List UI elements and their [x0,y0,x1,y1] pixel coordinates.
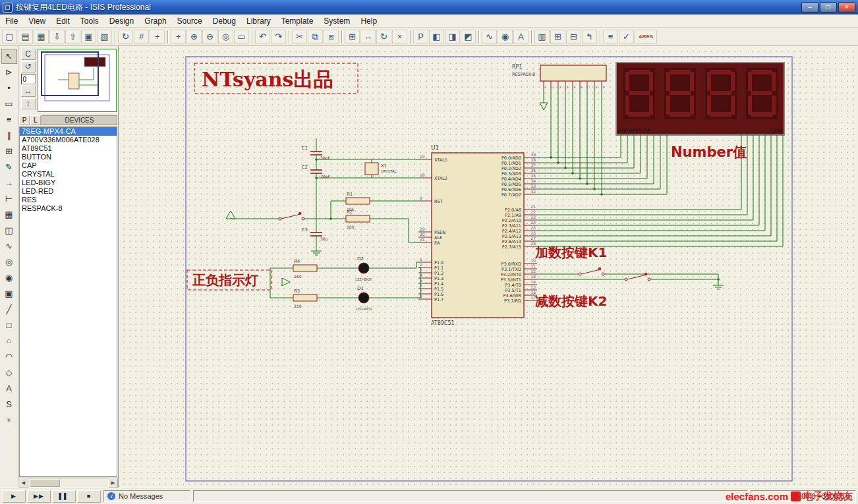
block-move-icon[interactable]: ↔ [360,30,376,44]
property-assignment-tool-icon[interactable]: A [513,30,529,44]
wire-label-mode-icon[interactable]: ▭ [1,96,17,111]
scroll-thumb[interactable] [30,479,60,487]
menu-library[interactable]: Library [241,15,276,27]
close-button[interactable]: × [838,2,855,13]
exit-to-parent-icon[interactable]: ↰ [582,30,597,44]
device-item[interactable]: A700V336M006ATE028 [20,136,117,144]
horizontal-scrollbar[interactable]: ◀ ▶ [18,478,118,488]
decompose-icon[interactable]: ◩ [461,30,476,44]
menu-debug[interactable]: Debug [208,15,241,27]
subcircuit-mode-icon[interactable]: ⊞ [1,144,17,159]
print-design-icon[interactable]: ▣ [81,30,96,44]
2d-line-mode-icon[interactable]: ╱ [1,302,17,317]
device-item[interactable]: RES [20,196,117,204]
current-probe-mode-icon[interactable]: ◉ [1,270,17,285]
2d-path-mode-icon[interactable]: ◇ [1,365,17,380]
terminals-mode-icon[interactable]: → [1,175,17,190]
redraw-display-icon[interactable]: ↻ [118,30,133,44]
2d-box-mode-icon[interactable]: □ [1,318,17,333]
save-design-icon[interactable]: ▦ [34,30,49,44]
generator-mode-icon[interactable]: ∿ [1,238,17,254]
buses-mode-icon[interactable]: ∥ [1,128,17,143]
led-d2[interactable] [358,263,369,273]
resistor-r2[interactable] [346,215,370,222]
mark-output-area-icon[interactable]: ▧ [97,30,112,44]
button-cap[interactable] [598,267,601,270]
play-button[interactable]: ▶ [2,490,26,503]
menu-graph[interactable]: Graph [139,15,171,27]
overview-window[interactable] [38,49,117,112]
new-design-icon[interactable]: ▢ [2,30,17,44]
make-device-icon[interactable]: ◧ [429,30,444,44]
minimize-button[interactable]: – [801,2,818,13]
menu-source[interactable]: Source [172,15,208,27]
scroll-track[interactable] [28,478,108,488]
device-item[interactable]: LED-BIGY [20,179,117,187]
rotate-clockwise-button[interactable]: C [21,49,36,60]
schematic-canvas[interactable]: NTsyans出品Number值加数按键K1减数按键K2正负指示灯ABCDEFG… [119,46,858,488]
menu-system[interactable]: System [318,15,355,27]
menu-tools[interactable]: Tools [75,15,104,27]
text-script-mode-icon[interactable]: ≡ [1,112,17,127]
export-section-icon[interactable]: ⇧ [65,30,80,44]
cut-icon[interactable]: ✂ [292,30,307,44]
step-button[interactable]: ▶▶ [27,490,51,503]
device-item[interactable]: LED-RED [20,187,117,196]
2d-arc-mode-icon[interactable]: ◠ [1,349,17,364]
pause-button[interactable]: ▌▌ [52,490,76,503]
device-item[interactable]: CAP [20,161,117,170]
library-button[interactable]: L [30,115,41,125]
block-copy-icon[interactable]: ⊞ [345,30,360,44]
block-rotate-icon[interactable]: ↻ [376,30,391,44]
block-delete-icon[interactable]: × [392,30,407,44]
button-cap[interactable] [299,212,301,215]
markers-mode-icon[interactable]: + [1,412,17,428]
selection-mode-icon[interactable]: ↖ [1,49,17,64]
bill-of-materials-icon[interactable]: ≡ [603,30,618,44]
false-origin-icon[interactable]: + [150,30,165,44]
copy-icon[interactable]: ⧉ [308,30,323,44]
2d-circle-mode-icon[interactable]: ○ [1,333,17,349]
crystal-x1[interactable] [365,163,378,175]
device-item[interactable]: BUTTON [20,153,117,161]
new-sheet-icon[interactable]: ⊞ [550,30,565,44]
wire-autorouter-icon[interactable]: ∿ [482,30,497,44]
resistor-r1[interactable] [346,198,370,204]
design-explorer-icon[interactable]: ▥ [534,30,550,44]
zoom-in-icon[interactable]: ⊕ [186,30,202,44]
paste-icon[interactable]: ⧈ [324,30,339,44]
maximize-button[interactable]: □ [820,2,837,13]
packaging-tool-icon[interactable]: ◨ [445,30,460,44]
2d-text-mode-icon[interactable]: A [1,381,17,396]
title-bar[interactable]: 按键复用4LED电路 - ISIS Professional – □ × [0,0,858,14]
scroll-right-arrow-icon[interactable]: ▶ [108,478,118,488]
rotate-anticlockwise-button[interactable]: ↺ [21,61,36,72]
pick-device-icon[interactable]: P [413,30,428,44]
instant-edit-mode-icon[interactable]: ✎ [1,159,17,175]
device-pins-mode-icon[interactable]: ⊢ [1,191,17,206]
device-item[interactable]: RESPACK-8 [20,204,117,213]
device-item[interactable]: 7SEG-MPX4-CA [20,127,117,136]
junction-dot-mode-icon[interactable]: • [1,80,17,96]
rotation-angle-input[interactable] [21,74,36,84]
graph-mode-icon[interactable]: ▦ [1,207,17,222]
device-item[interactable]: CRYSTAL [20,170,117,179]
voltage-probe-mode-icon[interactable]: ◎ [1,254,17,269]
pick-devices-button[interactable]: P [19,115,30,125]
mirror-horizontal-button[interactable]: ↔ [21,86,36,97]
zoom-area-icon[interactable]: ▭ [234,30,249,44]
undo-icon[interactable]: ↶ [255,30,270,44]
remove-sheet-icon[interactable]: ⊟ [566,30,581,44]
menu-file[interactable]: File [0,15,23,27]
resistor-r3[interactable] [293,294,317,301]
zoom-out-icon[interactable]: ⊖ [202,30,217,44]
menu-view[interactable]: View [23,15,51,27]
button-cap[interactable] [644,273,647,275]
virtual-instruments-mode-icon[interactable]: ▣ [1,286,17,301]
menu-edit[interactable]: Edit [51,15,75,27]
respack-rp1[interactable] [540,65,606,81]
2d-symbols-mode-icon[interactable]: S [1,397,17,412]
zoom-all-icon[interactable]: ◎ [218,30,233,44]
search-and-tag-icon[interactable]: ◉ [498,30,513,44]
redo-icon[interactable]: ↷ [271,30,286,44]
